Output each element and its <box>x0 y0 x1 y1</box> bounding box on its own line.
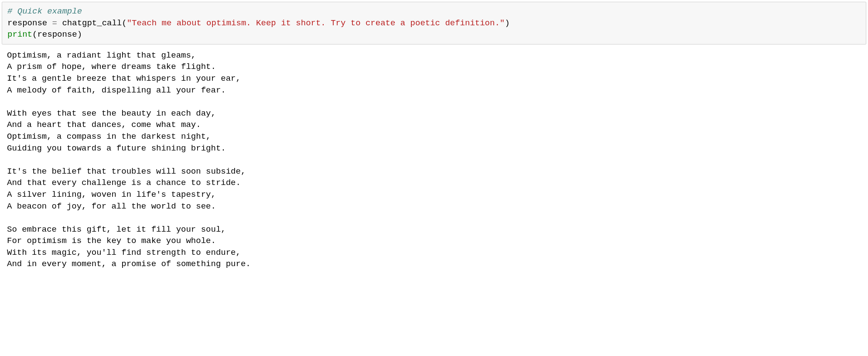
output-cell: Optimism, a radiant light that gleams, A… <box>2 46 866 274</box>
notebook-container: # Quick example response = chatgpt_call(… <box>0 2 868 274</box>
function-call: chatgpt_call( <box>62 18 126 28</box>
builtin-function: print <box>7 30 32 39</box>
code-line-2: response = chatgpt_call("Teach me about … <box>7 17 861 29</box>
code-line-1: # Quick example <box>7 6 861 17</box>
close-paren: ) <box>505 18 509 28</box>
code-line-3: print(response) <box>7 29 861 41</box>
argument: response <box>37 30 77 39</box>
code-cell[interactable]: # Quick example response = chatgpt_call(… <box>2 2 866 44</box>
variable-name: response <box>7 18 47 28</box>
string-literal: "Teach me about optimism. Keep it short.… <box>127 18 505 28</box>
open-paren: ( <box>32 30 37 39</box>
close-paren: ) <box>77 30 82 39</box>
assignment-operator: = <box>47 18 62 28</box>
code-comment: # Quick example <box>7 7 82 16</box>
